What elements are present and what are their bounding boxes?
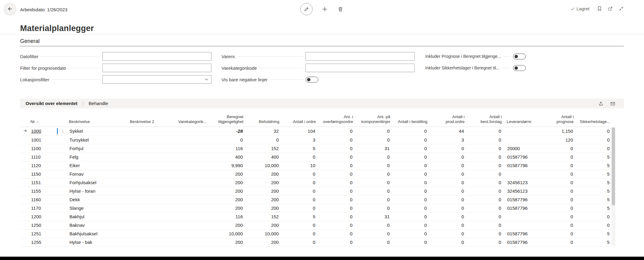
cell-prognose[interactable]: 120 [541, 135, 576, 144]
cell-leverandor[interactable]: 01587796 [504, 229, 541, 238]
cell-beskrivelse2[interactable] [127, 135, 176, 144]
cell-beregnet[interactable]: 200 [209, 178, 246, 187]
cell-prodordre[interactable]: 0 [430, 153, 467, 161]
cell-ordre[interactable]: 0 [282, 195, 318, 204]
cell-bestforslag[interactable]: 0 [467, 170, 504, 178]
column-header-sikkerhet[interactable]: Sikkerhetslage... [576, 108, 613, 127]
cell-ordre[interactable]: 5 [282, 212, 318, 221]
cell-overforing[interactable]: 0 [318, 229, 356, 238]
cell-prognose[interactable]: 0 [541, 238, 576, 246]
column-header-prodordre[interactable]: Antall i prod.ordre [430, 108, 467, 127]
cell-beskrivelse2[interactable] [127, 212, 176, 221]
cell-nr[interactable]: 1151 [28, 178, 56, 187]
cell-prodordre[interactable]: 0 [430, 195, 467, 204]
cell-beholdning[interactable]: 200 [246, 221, 282, 229]
cell-prodordre[interactable]: 3 [430, 135, 467, 144]
cell-komponent[interactable]: 0 [356, 178, 393, 187]
cell-leverandor[interactable]: 01587796 [504, 195, 541, 204]
cell-beskrivelse[interactable]: Baknav [66, 221, 127, 229]
cell-varekategori[interactable] [176, 187, 209, 195]
cell-sikkerhet[interactable]: 5 [576, 195, 613, 204]
new-button[interactable] [321, 5, 328, 13]
cell-beholdning[interactable]: 32 [246, 127, 282, 135]
prognosedato-input[interactable] [102, 64, 211, 72]
cell-bestforslag[interactable]: 0 [467, 127, 504, 135]
cell-bestforslag[interactable]: 0 [467, 153, 504, 161]
cell-varekategori[interactable] [176, 238, 209, 246]
cell-leverandor[interactable]: 01587796 [504, 153, 541, 161]
cell-prognose[interactable]: 0 [541, 161, 576, 170]
cell-nr[interactable]: 1200 [28, 212, 56, 221]
cell-beholdning[interactable]: 400 [246, 153, 282, 161]
column-header-nr[interactable]: Nr.↑ [28, 108, 56, 127]
cell-nr[interactable]: 1160 [28, 195, 56, 204]
cell-overforing[interactable]: 0 [318, 144, 356, 153]
cell-beskrivelse[interactable]: Forhjul [66, 144, 127, 153]
cell-ordre[interactable]: 0 [282, 153, 318, 161]
cell-beregnet[interactable]: 0 [209, 135, 246, 144]
cell-leverandor[interactable]: 32456123 [504, 187, 541, 195]
cell-sikkerhet[interactable]: 0 [576, 135, 613, 144]
cell-ordre[interactable]: 0 [282, 229, 318, 238]
bookmark-button[interactable] [596, 5, 603, 12]
varenr-input[interactable] [306, 52, 415, 61]
cell-nr[interactable]: 1100 [28, 144, 56, 153]
cell-overforing[interactable]: 0 [318, 153, 356, 161]
cell-overforing[interactable]: 0 [318, 195, 356, 204]
cell-sikkerhet[interactable]: 0 [576, 221, 613, 229]
cell-beskrivelse2[interactable] [127, 127, 176, 135]
cell-beskrivelse2[interactable] [127, 238, 176, 246]
cell-komponent[interactable]: 0 [356, 161, 393, 170]
cell-sikkerhet[interactable]: 5 [576, 161, 613, 170]
cell-beholdning[interactable]: 200 [246, 195, 282, 204]
cell-ordre[interactable]: 5 [282, 144, 318, 153]
cell-beholdning[interactable]: 200 [246, 204, 282, 212]
cell-beskrivelse[interactable]: Hylse - foran [66, 187, 127, 195]
cell-ordre[interactable]: 0 [282, 178, 318, 187]
cell-leverandor[interactable] [504, 135, 541, 144]
cell-varekategori[interactable] [176, 161, 209, 170]
cell-overforing[interactable]: 0 [318, 238, 356, 246]
cell-leverandor[interactable] [504, 221, 541, 229]
cell-beskrivelse2[interactable] [127, 144, 176, 153]
cell-beskrivelse2[interactable] [127, 161, 176, 170]
cell-bestilling[interactable]: 0 [393, 212, 430, 221]
cell-prognose[interactable]: 0 [541, 204, 576, 212]
cell-sikkerhet[interactable]: 0 [576, 127, 613, 135]
open-new-window-button[interactable] [607, 5, 614, 12]
cell-prognose[interactable]: 0 [541, 195, 576, 204]
column-header-beskrivelse[interactable]: Beskrivelse [66, 108, 127, 127]
cell-beregnet[interactable]: 116 [209, 212, 246, 221]
cell-prodordre[interactable]: 0 [430, 161, 467, 170]
cell-bestilling[interactable]: 0 [393, 221, 430, 229]
cell-beskrivelse[interactable]: Sykkel [66, 127, 127, 135]
cell-ordre[interactable]: 104 [282, 127, 318, 135]
cell-nr[interactable]: 1110 [28, 153, 56, 161]
cell-overforing[interactable]: 0 [318, 204, 356, 212]
scrollbar-thumb[interactable] [612, 128, 615, 205]
cell-beholdning[interactable]: 200 [246, 238, 282, 246]
cell-varekategori[interactable] [176, 204, 209, 212]
cell-bestilling[interactable]: 0 [393, 144, 430, 153]
column-header-varekategori[interactable]: Varekategorik... [176, 108, 209, 127]
cell-overforing[interactable]: 0 [318, 135, 356, 144]
cell-beholdning[interactable]: 152 [246, 212, 282, 221]
tab-overview[interactable]: Oversikt over elementet [20, 99, 83, 108]
cell-sikkerhet[interactable]: 5 [576, 204, 613, 212]
cell-beskrivelse[interactable]: Hylse - bak [66, 238, 127, 246]
cell-beregnet[interactable]: 200 [209, 238, 246, 246]
cell-bestforslag[interactable]: 0 [467, 195, 504, 204]
cell-bestilling[interactable]: 0 [393, 195, 430, 204]
row-menu-button[interactable]: ⋮ [56, 127, 66, 135]
delete-button[interactable] [337, 6, 344, 13]
cell-bestforslag[interactable]: 0 [467, 135, 504, 144]
cell-prodordre[interactable]: 0 [430, 170, 467, 178]
cell-bestforslag[interactable]: 0 [467, 212, 504, 221]
cell-bestforslag[interactable]: 0 [467, 238, 504, 246]
cell-leverandor[interactable]: 01587796 [504, 161, 541, 170]
column-header-komponent[interactable]: Ant. på komponentlinjer [356, 108, 393, 127]
share-button[interactable] [598, 100, 604, 107]
cell-bestilling[interactable]: 0 [393, 127, 430, 135]
column-header-beholdning[interactable]: Beholdning [246, 108, 282, 127]
cell-bestilling[interactable]: 0 [393, 229, 430, 238]
